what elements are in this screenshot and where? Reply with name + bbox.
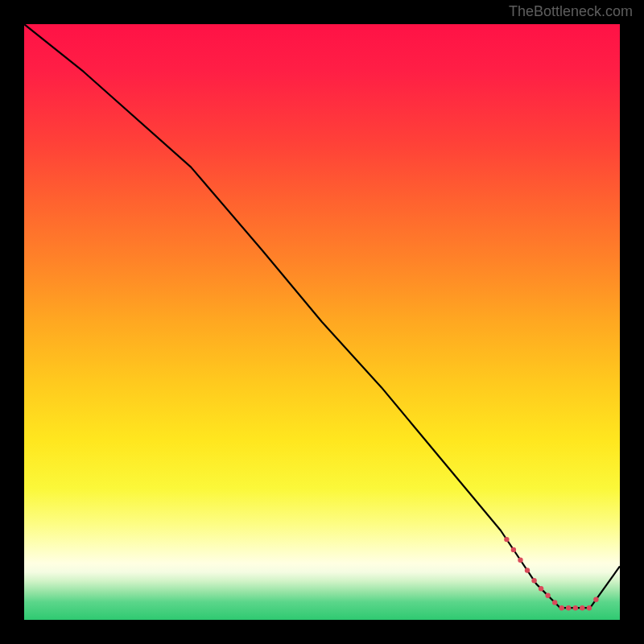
marker-dot xyxy=(552,600,557,605)
watermark-text: TheBottleneck.com xyxy=(509,3,633,20)
chart-svg xyxy=(24,24,620,620)
chart-line-path xyxy=(24,24,620,608)
marker-dot xyxy=(525,568,530,572)
marker-dot xyxy=(573,605,578,610)
marker-dot xyxy=(587,605,592,610)
marker-dot xyxy=(559,605,564,610)
marker-dot xyxy=(511,547,516,552)
marker-dot xyxy=(539,586,543,591)
marker-dot xyxy=(518,558,522,563)
marker-dot xyxy=(566,605,571,610)
marker-dot xyxy=(545,593,550,598)
marker-dot xyxy=(504,537,509,542)
marker-dot xyxy=(593,597,598,602)
marker-dot xyxy=(531,578,536,583)
marker-dot xyxy=(580,605,584,610)
plot-area xyxy=(24,24,620,620)
